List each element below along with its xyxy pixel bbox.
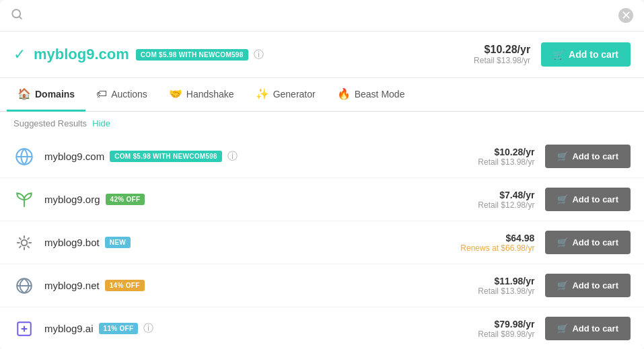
suggested-results-label: Suggested Results [13,118,87,128]
cart-icon: 🛒 [553,49,565,60]
domain-list: myblog9.com COM $5.98 WITH NEWCOM598 ⓘ $… [0,135,644,349]
search-input[interactable]: myblog9 [30,9,618,22]
tab-handshake[interactable]: 🤝 Handshake [158,78,245,112]
add-to-cart-button[interactable]: 🛒 Add to cart [545,274,631,297]
domain-info: myblog9.bot NEW [44,237,460,248]
search-icon [11,8,23,23]
cart-icon: 🛒 [557,237,568,247]
domain-main-price: $11.98/yr [478,276,534,286]
domain-price: $79.98/yr Retail $89.98/yr [478,319,534,339]
cart-icon: 🛒 [557,280,568,290]
search-bar: myblog9 ✕ [0,0,644,32]
domain-row: myblog9.com COM $5.98 WITH NEWCOM598 ⓘ $… [0,135,644,178]
domain-icon-globe [13,146,35,167]
domain-main-price: $10.28/yr [478,147,534,157]
domain-name: myblog9.com [44,151,104,162]
domain-info: myblog9.net 14% OFF [44,280,478,291]
generator-tab-icon: ✨ [256,87,269,100]
featured-domain-row: ✓ myblog9.com COM $5.98 WITH NEWCOM598 ⓘ… [0,32,644,78]
domain-retail-price: Retail $13.98/yr [478,157,534,167]
cart-icon: 🛒 [557,194,568,204]
domain-main-price: $64.98 [460,233,534,243]
domain-retail-price: Retail $89.98/yr [478,329,534,339]
domain-name: myblog9.net [44,280,100,291]
domain-name: myblog9.org [44,194,100,205]
tab-generator[interactable]: ✨ Generator [245,78,326,112]
featured-main-price: $10.28/yr [474,44,530,56]
search-clear-button[interactable]: ✕ [618,8,633,23]
domain-price: $7.48/yr Retail $12.98/yr [478,190,534,210]
featured-domain-name: myblog9.com [34,46,129,63]
tabs-bar: 🏠 Domains 🏷 Auctions 🤝 Handshake ✨ Gener… [0,78,644,112]
add-to-cart-button[interactable]: 🛒 Add to cart [545,145,631,168]
domain-icon-net [13,275,35,297]
domain-info: myblog9.ai 11% OFF ⓘ [44,322,478,335]
domain-price: $64.98 Renews at $66.98/yr [460,233,534,253]
svg-line-1 [19,16,21,18]
domain-row: myblog9.net 14% OFF $11.98/yr Retail $13… [0,264,644,307]
domain-row: myblog9.ai 11% OFF ⓘ $79.98/yr Retail $8… [0,307,644,349]
domain-retail-price: Retail $13.98/yr [478,286,534,296]
hide-suggested-link[interactable]: Hide [92,118,110,128]
featured-add-to-cart-button[interactable]: 🛒 Add to cart [541,42,631,67]
cart-icon: 🛒 [557,151,568,161]
domain-main-price: $79.98/yr [478,319,534,329]
check-icon: ✓ [13,46,26,63]
tab-beast-mode[interactable]: 🔥 Beast Mode [326,78,416,112]
domain-info: myblog9.com COM $5.98 WITH NEWCOM598 ⓘ [44,150,478,163]
add-to-cart-button[interactable]: 🛒 Add to cart [545,231,631,254]
tab-domains[interactable]: 🏠 Domains [7,78,85,112]
domain-price: $11.98/yr Retail $13.98/yr [478,276,534,296]
domain-badge: NEW [105,237,131,248]
domain-name: myblog9.bot [44,237,100,248]
cart-icon: 🛒 [557,323,568,334]
domain-icon-bot [13,232,35,254]
domain-badge: 42% OFF [106,194,145,205]
domains-tab-icon: 🏠 [17,87,31,100]
domain-info: myblog9.org 42% OFF [44,194,478,205]
featured-info-icon[interactable]: ⓘ [254,48,264,61]
domain-renews-price: Renews at $66.98/yr [460,243,534,253]
auctions-tab-icon: 🏷 [96,88,107,100]
domain-row: myblog9.bot NEW $64.98 Renews at $66.98/… [0,221,644,264]
add-to-cart-button[interactable]: 🛒 Add to cart [545,188,631,211]
domain-icon-ai [13,318,35,340]
suggested-results-header: Suggested Results Hide [0,112,644,135]
domain-name: myblog9.ai [44,323,94,334]
featured-promo-badge: COM $5.98 WITH NEWCOM598 [136,49,248,61]
domain-icon-leaf [13,189,35,210]
domain-main-price: $7.48/yr [478,190,534,200]
domain-price: $10.28/yr Retail $13.98/yr [478,147,534,167]
domain-badge: 14% OFF [105,280,145,291]
beast-mode-tab-icon: 🔥 [337,87,351,100]
domain-info-icon[interactable]: ⓘ [227,150,238,163]
tab-auctions[interactable]: 🏷 Auctions [85,78,158,112]
featured-retail-price: Retail $13.98/yr [474,56,530,65]
add-to-cart-button[interactable]: 🛒 Add to cart [545,317,631,340]
domain-badge: 11% OFF [99,323,139,334]
domain-badge: COM $5.98 WITH NEWCOM598 [110,151,222,162]
featured-price: $10.28/yr Retail $13.98/yr [474,44,530,65]
handshake-tab-icon: 🤝 [169,87,182,100]
domain-row: myblog9.org 42% OFF $7.48/yr Retail $12.… [0,178,644,221]
domain-retail-price: Retail $12.98/yr [478,200,534,210]
svg-point-4 [22,239,28,245]
domain-info-icon[interactable]: ⓘ [143,322,153,335]
